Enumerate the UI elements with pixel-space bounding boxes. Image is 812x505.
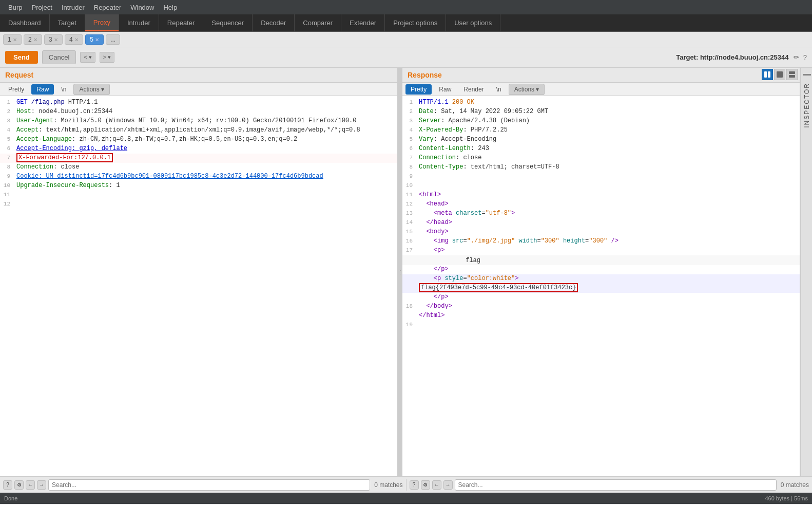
svg-rect-2 xyxy=(777,71,783,78)
request-line-4: 4 Accept: text/html,application/xhtml+xm… xyxy=(0,126,397,135)
num-tab-5[interactable]: 5 ✕ xyxy=(85,34,104,45)
response-line-6: 6 Content-Length: 243 xyxy=(402,144,800,154)
target-info: Target: http://node4.buuoj.cn:25344 ✏ ? xyxy=(676,53,807,61)
svg-rect-4 xyxy=(789,75,795,78)
bottom-bar: ? ⚙ ← → 0 matches ? ⚙ ← → 0 matches xyxy=(0,476,812,493)
response-line-5: 5 Vary: Accept-Encoding xyxy=(402,135,800,144)
tab-extender[interactable]: Extender xyxy=(341,14,385,31)
response-line-10: 10 xyxy=(402,181,800,191)
inspector-sidebar: INSPECTOR xyxy=(801,68,812,476)
num-tab-1[interactable]: 1 ✕ xyxy=(3,34,22,45)
svg-rect-1 xyxy=(768,71,770,78)
bottom-prev-icon-right[interactable]: ← xyxy=(432,480,441,490)
status-text-right: 460 bytes | 56ms xyxy=(765,495,808,501)
response-line-17c: </p> xyxy=(402,265,800,274)
response-line-4: 4 X-Powered-By: PHP/7.2.25 xyxy=(402,126,800,135)
menu-project[interactable]: Project xyxy=(27,2,56,13)
tab-project-options[interactable]: Project options xyxy=(385,14,446,31)
tab-user-options[interactable]: User options xyxy=(446,14,500,31)
response-line-flag: flag{2f493e7d-5c99-49c4-93cd-40ef01f3423… xyxy=(402,284,800,293)
tab-target[interactable]: Target xyxy=(50,14,85,31)
search-input-left[interactable] xyxy=(48,479,370,491)
bottom-next-icon-right[interactable]: → xyxy=(443,480,453,490)
req-tab-ln[interactable]: \n xyxy=(56,84,71,95)
response-panel: Response Pretty Raw Render \n Actions ▾ … xyxy=(402,68,801,476)
bottom-next-icon-left[interactable]: → xyxy=(37,480,46,490)
response-line-15: 15 <body> xyxy=(402,228,800,237)
main-content: Request Pretty Raw \n Actions ▾ 1 GET /f… xyxy=(0,68,812,476)
main-tab-bar: Dashboard Target Proxy Intruder Repeater… xyxy=(0,14,812,32)
matches-left: 0 matches xyxy=(374,481,402,489)
menu-intruder[interactable]: Intruder xyxy=(57,2,89,13)
inspector-label: INSPECTOR xyxy=(803,83,810,128)
res-tab-ln[interactable]: \n xyxy=(491,84,507,95)
response-line-2: 2 Date: Sat, 14 May 2022 09:05:22 GMT xyxy=(402,107,800,117)
edit-target-icon[interactable]: ✏ xyxy=(794,53,799,61)
res-tab-raw[interactable]: Raw xyxy=(434,84,456,95)
tab-comparer[interactable]: Comparer xyxy=(295,14,341,31)
view-toggle-area xyxy=(762,69,798,80)
tab-proxy[interactable]: Proxy xyxy=(85,14,119,31)
response-line-8: 8 Content-Type: text/html; charset=UTF-8 xyxy=(402,163,800,172)
req-tab-actions[interactable]: Actions ▾ xyxy=(73,84,110,95)
menu-window[interactable]: Window xyxy=(126,2,158,13)
response-line-14: 14 </head> xyxy=(402,218,800,228)
status-text-left: Done xyxy=(4,495,17,501)
help-icon[interactable]: ? xyxy=(803,53,807,61)
bottom-left-section: ? ⚙ ← → 0 matches xyxy=(0,479,407,491)
num-tab-4[interactable]: 4 ✕ xyxy=(65,34,83,45)
request-code-area[interactable]: 1 GET /flag.php HTTP/1.1 2 Host: node4.b… xyxy=(0,96,397,476)
bottom-right-section: ? ⚙ ← → 0 matches xyxy=(407,479,813,491)
panel-divider[interactable]: ⋮ xyxy=(398,68,402,476)
bottom-settings-icon-right[interactable]: ⚙ xyxy=(421,480,430,490)
tab-dashboard[interactable]: Dashboard xyxy=(0,14,50,31)
request-line-7: 7 X-Forwarded-For:127.0.0.1 xyxy=(0,154,397,163)
tab-sequencer[interactable]: Sequencer xyxy=(203,14,253,31)
response-line-11: 11 <html> xyxy=(402,191,800,200)
response-line-17b: flag xyxy=(402,255,800,265)
matches-right: 0 matches xyxy=(781,481,809,489)
tab-repeater[interactable]: Repeater xyxy=(159,14,203,31)
search-input-right[interactable] xyxy=(455,479,777,491)
response-line-18: 18 </body> xyxy=(402,302,800,311)
menu-repeater[interactable]: Repeater xyxy=(90,2,125,13)
num-tab-2[interactable]: 2 ✕ xyxy=(24,34,42,45)
response-line-17d: <p style="color:white"> xyxy=(402,274,800,284)
bottom-settings-icon-left[interactable]: ⚙ xyxy=(14,480,24,490)
response-line-3: 3 Server: Apache/2.4.38 (Debian) xyxy=(402,117,800,126)
tab-intruder[interactable]: Intruder xyxy=(119,14,159,31)
res-tab-pretty[interactable]: Pretty xyxy=(405,84,432,95)
tab-decoder[interactable]: Decoder xyxy=(253,14,295,31)
response-title: Response xyxy=(408,71,442,79)
num-tab-3[interactable]: 3 ✕ xyxy=(44,34,63,45)
nav-next-button[interactable]: > ▾ xyxy=(100,52,114,63)
menu-help[interactable]: Help xyxy=(159,2,181,13)
res-tab-render[interactable]: Render xyxy=(458,84,489,95)
response-line-17: 17 <p> xyxy=(402,246,800,255)
response-line-1: 1 HTTP/1.1 200 OK xyxy=(402,98,800,107)
toolbar: Send Cancel < ▾ > ▾ Target: http://node4… xyxy=(0,47,812,68)
view-split-horizontal[interactable] xyxy=(762,69,773,80)
response-line-13: 13 <meta charset="utf-8"> xyxy=(402,209,800,218)
response-line-7: 7 Connection: close xyxy=(402,154,800,163)
response-line-19: 19 xyxy=(402,321,800,330)
bottom-help-icon-right[interactable]: ? xyxy=(410,480,419,490)
req-tab-raw[interactable]: Raw xyxy=(31,84,54,95)
response-line-9: 9 xyxy=(402,172,800,181)
bottom-help-icon-left[interactable]: ? xyxy=(3,480,12,490)
bottom-prev-icon-left[interactable]: ← xyxy=(26,480,35,490)
cancel-button[interactable]: Cancel xyxy=(42,50,76,64)
response-code-area[interactable]: 1 HTTP/1.1 200 OK 2 Date: Sat, 14 May 20… xyxy=(402,96,800,476)
request-line-3: 3 User-Agent: Mozilla/5.0 (Windows NT 10… xyxy=(0,117,397,126)
res-tab-actions[interactable]: Actions ▾ xyxy=(509,84,545,95)
req-tab-pretty[interactable]: Pretty xyxy=(3,84,29,95)
view-single[interactable] xyxy=(774,69,785,80)
send-button[interactable]: Send xyxy=(5,51,38,64)
request-line-10: 10 Upgrade-Insecure-Requests: 1 xyxy=(0,181,397,191)
nav-prev-button[interactable]: < ▾ xyxy=(80,52,95,63)
response-line-17f: </p> xyxy=(402,293,800,302)
view-split-vertical[interactable] xyxy=(786,69,798,80)
menu-burp[interactable]: Burp xyxy=(4,2,26,13)
num-tab-more[interactable]: ... xyxy=(106,34,120,45)
request-line-2: 2 Host: node4.buuoj.cn:25344 xyxy=(0,107,397,117)
